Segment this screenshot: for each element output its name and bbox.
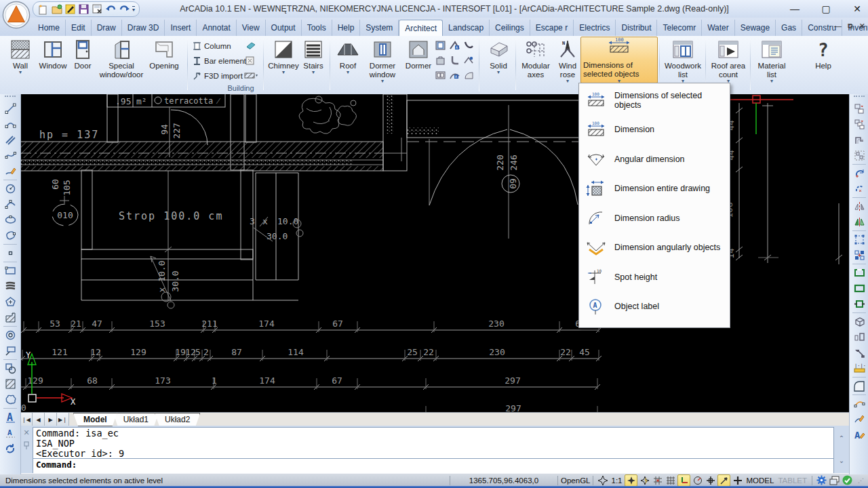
tab-escape-routes[interactable]: Escape r [530, 20, 574, 36]
fillet-tool[interactable] [851, 378, 867, 394]
polar-tracking-icon[interactable] [692, 475, 703, 486]
hatch-lines-icon[interactable] [244, 69, 258, 82]
menu-item-dimension-angularly-objects[interactable]: Dimension angularly objects [579, 233, 730, 263]
settings-gear-icon[interactable] [816, 475, 827, 486]
lineweight-icon[interactable] [732, 475, 743, 486]
draw-revision-cloud-tool[interactable] [2, 392, 18, 407]
grid-icon[interactable] [665, 475, 676, 486]
roof-auto-icon[interactable]: A [450, 39, 460, 52]
downpipe-icon[interactable] [450, 54, 460, 66]
draw-circle-tool[interactable] [2, 181, 18, 197]
f3d-import-button[interactable]: F3D import [193, 69, 243, 82]
tab-architecture[interactable]: Architect [399, 20, 443, 37]
draw-donut-tool[interactable] [2, 327, 18, 343]
dormer-button[interactable]: Dormer [403, 37, 434, 70]
draw-parallel-lines-tool[interactable] [2, 132, 18, 148]
gutter-icon[interactable] [464, 39, 474, 52]
tab-tools[interactable]: Tools [302, 20, 332, 36]
solid-button[interactable]: Solid▾ [483, 37, 514, 75]
roof-sketch-icon[interactable] [464, 54, 474, 66]
tab-draw[interactable]: Draw [92, 20, 122, 36]
draw-shapes-group-tool[interactable] [2, 361, 18, 376]
roof-a-icon[interactable]: A [450, 68, 460, 81]
tab-home[interactable]: Home [33, 20, 66, 36]
text-small-tool[interactable]: A [2, 425, 18, 441]
draw-polyline-tool[interactable] [2, 148, 18, 163]
array-tool[interactable] [851, 148, 867, 163]
modular-axes-button[interactable]: Modular axes [518, 37, 553, 79]
menu-item-dimension-entire-drawing[interactable]: Dimension entire drawing [579, 174, 730, 204]
roof-window-icon[interactable] [435, 39, 446, 52]
solid-eraser-icon[interactable] [245, 39, 256, 52]
osnap-cross-icon[interactable] [705, 475, 716, 486]
menu-item-object-label[interactable]: A Object label [579, 292, 730, 322]
special-window-door-button[interactable]: Special window/door [98, 37, 144, 79]
dimensions-of-selected-objects-button[interactable]: 100 Dimensions of selected objects▾ [580, 37, 658, 83]
save-as-button[interactable] [92, 3, 103, 15]
new-file-button[interactable] [37, 3, 49, 15]
measure-tool[interactable]: |·|·| [851, 361, 867, 376]
toolbar-grip[interactable] [5, 96, 16, 100]
draw-arc-tool[interactable] [2, 117, 18, 132]
snap-compass-icon[interactable] [597, 475, 608, 486]
minimize-button[interactable]: — [788, 3, 802, 14]
draw-region-tool[interactable] [2, 310, 18, 325]
draw-sketch-tool[interactable] [2, 163, 18, 179]
roof-button[interactable]: Roof▾ [334, 37, 362, 75]
material-list-button[interactable]: Material list▾ [753, 37, 791, 83]
box-3d-tool[interactable] [851, 314, 867, 329]
renderer-label[interactable]: OpenGL [561, 476, 590, 485]
rotate-reference-tool[interactable] [851, 181, 867, 197]
draw-ellipse-tool[interactable] [2, 212, 18, 228]
coordinates-readout[interactable]: 1365.705,96.4063,0 [453, 476, 555, 485]
mirror-3d-tool[interactable] [851, 214, 867, 230]
tab-output[interactable]: Output [266, 20, 302, 36]
tab-gas[interactable]: Gas [776, 20, 802, 36]
tab-insert[interactable]: Insert [165, 20, 197, 36]
pin-icon[interactable] [23, 441, 30, 449]
rotate-tool[interactable] [851, 165, 867, 181]
boxed-region-icon[interactable] [245, 54, 255, 67]
bar-element-button[interactable]: Bar element [193, 54, 246, 67]
tab-landscape[interactable]: Landscap [443, 20, 490, 36]
tab-ceilings[interactable]: Ceilings [490, 20, 530, 36]
selection-tool[interactable] [851, 232, 867, 247]
command-history[interactable]: Command: isa_ec ISA_NOP <Executor id>: 9 [33, 427, 834, 460]
offset-tool[interactable] [851, 132, 867, 148]
last-sheet-button[interactable]: ▶❘ [57, 413, 69, 426]
scroll-down-icon[interactable]: ⌄ [839, 457, 844, 464]
menu-item-dimensions-of-selected-objects[interactable]: 100 Dimensions of selected objects [579, 85, 730, 115]
dormer-window-button[interactable]: Dormer window▾ [363, 37, 401, 83]
wind-rose-button[interactable]: N Wind rose▾ [555, 37, 580, 83]
tab-water[interactable]: Water [702, 20, 735, 36]
undo-button[interactable] [105, 3, 117, 15]
first-sheet-button[interactable]: ❘◀ [20, 413, 33, 426]
command-close-icon[interactable]: ✕ [23, 428, 29, 437]
arcadia-logo[interactable] [2, 1, 31, 30]
stairs-button[interactable]: Stairs▾ [300, 37, 327, 75]
save-button[interactable] [78, 3, 90, 15]
ortho-icon[interactable] [677, 474, 690, 487]
tab-sewage[interactable]: Sewage [735, 20, 776, 36]
qat-customize-arrow[interactable]: ▾ [132, 6, 135, 13]
text-tool[interactable]: A [2, 409, 18, 425]
redo-button[interactable] [119, 3, 130, 15]
copy-multiple-tool[interactable] [851, 117, 867, 132]
window-button[interactable]: Window [37, 37, 69, 70]
mirror-tool[interactable] [851, 199, 867, 214]
help-button[interactable]: ? Help [807, 37, 840, 70]
resize-grip[interactable]: ⋰ [858, 477, 864, 484]
column-button[interactable]: Column [193, 39, 231, 52]
draw-rectangle-tool[interactable] [2, 263, 18, 279]
doc-restore-button[interactable]: ⧉ [848, 22, 853, 30]
scale-tool[interactable] [851, 281, 867, 296]
tab-electrics[interactable]: Electrics [574, 20, 616, 36]
next-sheet-button[interactable]: ▶ [45, 413, 57, 426]
tab-edit[interactable]: Edit [66, 20, 92, 36]
menu-item-spot-height[interactable]: 10 Spot height [579, 262, 730, 292]
menu-item-angular-dimension[interactable]: Angular dimension [579, 144, 730, 174]
sheet-tab-uklad1[interactable]: Układ1 [113, 413, 159, 426]
open-file-button[interactable] [51, 3, 62, 15]
tab-draw3d[interactable]: Draw 3D [122, 20, 165, 36]
menu-item-dimension-radius[interactable]: Dimension radius [579, 203, 730, 233]
